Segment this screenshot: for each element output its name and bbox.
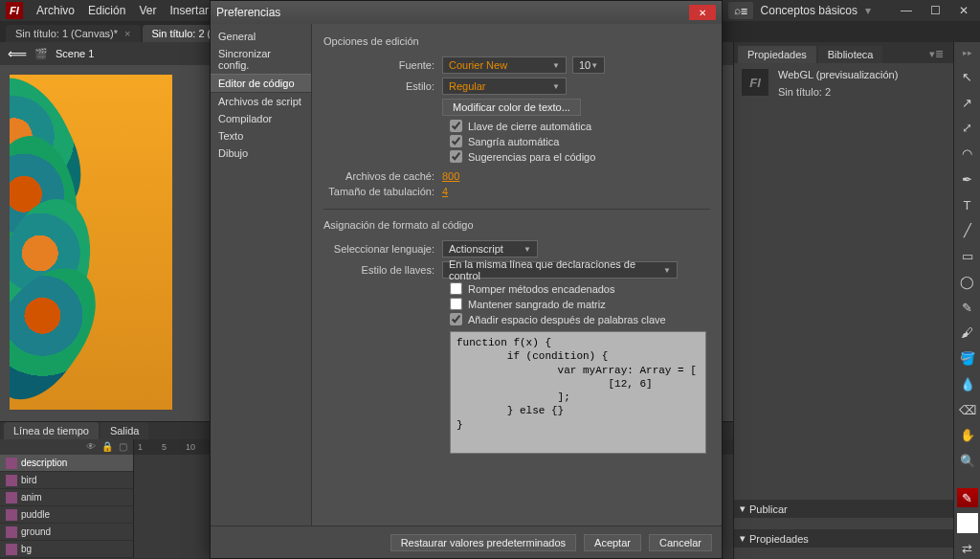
subselection-tool-icon[interactable]: ↗ bbox=[957, 93, 978, 113]
selection-tool-icon[interactable]: ↖ bbox=[957, 67, 978, 87]
cancel-button[interactable]: Cancelar bbox=[649, 534, 712, 551]
doc-name: Sin título: 2 bbox=[778, 86, 898, 98]
toolstrip-collapse-icon[interactable]: ▸▸ bbox=[963, 48, 972, 57]
tab-size-label: Tamaño de tabulación: bbox=[323, 186, 442, 197]
paint-bucket-tool-icon[interactable]: 🪣 bbox=[957, 348, 978, 369]
doc-tab-1[interactable]: Sin título: 1 (Canvas)* × bbox=[6, 25, 141, 42]
scene-label[interactable]: Scene 1 bbox=[56, 48, 94, 59]
layer-row[interactable]: puddle bbox=[0, 506, 133, 524]
oval-tool-icon[interactable]: ◯ bbox=[957, 272, 978, 292]
maximize-icon[interactable]: ☐ bbox=[924, 3, 946, 18]
close-tab-icon[interactable]: × bbox=[124, 28, 130, 39]
tab-propiedades[interactable]: Propiedades bbox=[738, 46, 816, 63]
menu-edicion[interactable]: Edición bbox=[88, 4, 125, 17]
swap-colors-icon[interactable]: ⇄ bbox=[957, 539, 978, 559]
rectangle-tool-icon[interactable]: ▭ bbox=[957, 246, 978, 266]
doc-type: WebGL (previsualización) bbox=[778, 69, 898, 80]
close-window-icon[interactable]: ✕ bbox=[953, 3, 974, 18]
tab-biblioteca[interactable]: Biblioteca bbox=[818, 46, 883, 63]
app-logo: Fl bbox=[6, 2, 23, 19]
lock-icon[interactable]: 🔒 bbox=[101, 441, 113, 453]
layer-row[interactable]: bird bbox=[0, 472, 133, 489]
visibility-icon[interactable]: 👁 bbox=[86, 441, 96, 453]
code-hints-checkbox[interactable] bbox=[450, 150, 462, 163]
layer-row[interactable]: anim bbox=[0, 489, 133, 506]
tab-size-value[interactable]: 4 bbox=[442, 186, 448, 197]
pencil-tool-icon[interactable]: ✎ bbox=[957, 298, 978, 318]
auto-close-brace-label: Llave de cierre automática bbox=[468, 121, 591, 132]
font-dropdown[interactable]: Courier New▼ bbox=[442, 56, 567, 74]
brace-style-dropdown[interactable]: En la misma línea que declaraciones de c… bbox=[442, 261, 678, 279]
edit-options-title: Opciones de edición bbox=[323, 35, 710, 47]
menu-insertar[interactable]: Insertar bbox=[169, 4, 209, 17]
document-icon: Fl bbox=[742, 69, 768, 96]
pref-cat-text[interactable]: Texto bbox=[211, 127, 311, 145]
tab-timeline[interactable]: Línea de tiempo bbox=[4, 422, 99, 439]
layer-row[interactable]: ground bbox=[0, 524, 133, 541]
pref-cat-drawing[interactable]: Dibujo bbox=[211, 145, 311, 162]
pref-cat-sync[interactable]: Sincronizar config. bbox=[211, 45, 311, 74]
dialog-titlebar[interactable]: Preferencias ✕ bbox=[211, 1, 722, 24]
stroke-color-swatch[interactable]: ✎ bbox=[957, 488, 978, 508]
line-tool-icon[interactable]: ╱ bbox=[957, 221, 978, 241]
language-dropdown[interactable]: Actionscript▼ bbox=[442, 240, 538, 257]
scene-back-icon[interactable]: ⟸ bbox=[8, 46, 27, 61]
timeline-layers: 👁 🔒 ▢ description bird anim puddle groun… bbox=[0, 439, 134, 558]
pref-cat-script-files[interactable]: Archivos de script bbox=[211, 93, 311, 110]
pen-tool-icon[interactable]: ✒ bbox=[957, 169, 978, 190]
eraser-tool-icon[interactable]: ⌫ bbox=[957, 400, 978, 420]
brush-tool-icon[interactable]: 🖌 bbox=[957, 324, 978, 344]
eyedropper-tool-icon[interactable]: 💧 bbox=[957, 374, 978, 394]
style-label: Estilo: bbox=[323, 80, 442, 92]
fill-color-swatch[interactable] bbox=[957, 513, 978, 533]
disclosure-icon: ▾ bbox=[740, 503, 746, 515]
stage[interactable] bbox=[10, 75, 172, 410]
cache-files-value[interactable]: 800 bbox=[442, 170, 459, 182]
space-after-keyword-checkbox[interactable] bbox=[450, 313, 462, 325]
code-hints-label: Sugerencias para el código bbox=[468, 151, 595, 163]
minimize-icon[interactable]: — bbox=[896, 3, 917, 18]
disclosure-icon: ▾ bbox=[740, 532, 746, 545]
menu-archivo[interactable]: Archivo bbox=[36, 4, 75, 17]
hand-tool-icon[interactable]: ✋ bbox=[957, 426, 978, 446]
scene-clip-icon: 🎬 bbox=[34, 48, 48, 60]
menu-ver[interactable]: Ver bbox=[139, 4, 156, 17]
code-preview: function f(x) { if (condition) { var myA… bbox=[450, 331, 706, 454]
dialog-close-button[interactable]: ✕ bbox=[689, 5, 716, 20]
tool-strip: ▸▸ ↖ ↗ ⤢ ◠ ✒ T ╱ ▭ ◯ ✎ 🖌 🪣 💧 ⌫ ✋ 🔍 ✎ ⇄ bbox=[953, 42, 980, 559]
outline-icon[interactable]: ▢ bbox=[119, 441, 127, 453]
format-title: Asignación de formato al código bbox=[323, 219, 710, 231]
brace-style-label: Estilo de llaves: bbox=[323, 264, 442, 276]
preferences-dialog: Preferencias ✕ General Sincronizar confi… bbox=[210, 0, 723, 559]
pref-cat-code-editor[interactable]: Editor de código bbox=[211, 74, 311, 93]
break-chained-checkbox[interactable] bbox=[450, 282, 462, 295]
workspace-switcher-icon[interactable]: ⌕☰ bbox=[728, 2, 753, 19]
layer-row[interactable]: bg bbox=[0, 541, 133, 558]
panel-menu-icon[interactable]: ▾≣ bbox=[924, 45, 949, 63]
font-size-dropdown[interactable]: 10▼ bbox=[572, 56, 605, 74]
text-tool-icon[interactable]: T bbox=[957, 195, 978, 215]
cache-files-label: Archivos de caché: bbox=[323, 170, 442, 182]
section-propiedades[interactable]: ▾Propiedades bbox=[734, 529, 953, 548]
auto-indent-label: Sangría automática bbox=[468, 136, 559, 147]
ok-button[interactable]: Aceptar bbox=[584, 534, 641, 551]
style-dropdown[interactable]: Regular▼ bbox=[442, 78, 567, 95]
modify-text-color-button[interactable]: Modificar color de texto... bbox=[442, 99, 581, 116]
auto-indent-checkbox[interactable] bbox=[450, 135, 462, 147]
keep-array-indent-checkbox[interactable] bbox=[450, 298, 462, 310]
pref-cat-compiler[interactable]: Compilador bbox=[211, 110, 311, 127]
restore-defaults-button[interactable]: Restaurar valores predeterminados bbox=[390, 534, 576, 551]
font-label: Fuente: bbox=[323, 59, 442, 71]
free-transform-tool-icon[interactable]: ⤢ bbox=[957, 119, 978, 139]
pref-cat-general[interactable]: General bbox=[211, 28, 311, 45]
language-label: Seleccionar lenguaje: bbox=[323, 243, 442, 255]
layer-row[interactable]: description bbox=[0, 455, 133, 472]
break-chained-label: Romper métodos encadenados bbox=[468, 283, 614, 295]
workspace-label[interactable]: Conceptos básicos bbox=[761, 4, 858, 17]
tab-output[interactable]: Salida bbox=[100, 422, 149, 439]
lasso-tool-icon[interactable]: ◠ bbox=[957, 144, 978, 164]
auto-close-brace-checkbox[interactable] bbox=[450, 120, 462, 132]
zoom-tool-icon[interactable]: 🔍 bbox=[957, 451, 978, 471]
section-publicar[interactable]: ▾Publicar bbox=[734, 500, 953, 518]
dialog-title: Preferencias bbox=[216, 6, 280, 19]
